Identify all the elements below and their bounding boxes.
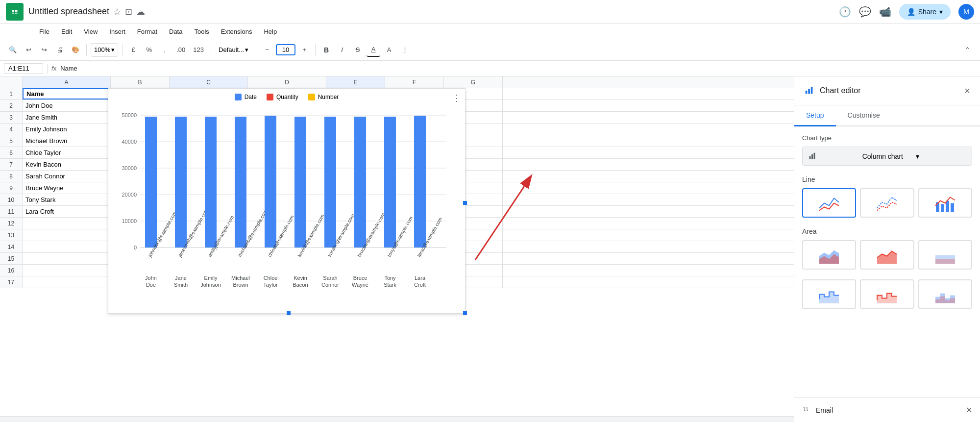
svg-text:30000: 30000 <box>122 165 137 171</box>
decimal-button[interactable]: .00 <box>173 43 188 57</box>
menu-extensions[interactable]: Extensions <box>216 26 257 37</box>
svg-text:Stark: Stark <box>384 282 396 288</box>
menu-view[interactable]: View <box>79 26 102 37</box>
menu-data[interactable]: Data <box>164 26 187 37</box>
redo-button[interactable]: ↪ <box>37 43 51 57</box>
cell-reference[interactable]: A1:E11 <box>4 63 43 74</box>
col-header-g[interactable]: G <box>444 76 503 88</box>
row-number: 15 <box>0 253 23 264</box>
editor-body: Chart type Column chart ▾ Line <box>794 126 980 397</box>
chart-resize-right[interactable] <box>463 201 467 205</box>
more-options-button[interactable]: ⋮ <box>398 43 412 57</box>
row-number: 13 <box>0 229 23 241</box>
avatar[interactable]: M <box>958 4 974 20</box>
text-color-button[interactable]: A <box>382 43 396 57</box>
tab-customise[interactable]: Customise <box>836 105 892 126</box>
cell-name[interactable]: Tony Stark <box>23 194 111 205</box>
cell-name[interactable]: Lara Croft <box>23 206 111 217</box>
col-header-b[interactable]: B <box>111 76 170 88</box>
row-number: 10 <box>0 194 23 205</box>
chart-resize-handle[interactable] <box>463 311 467 315</box>
increase-font-button[interactable]: + <box>297 43 311 57</box>
history-icon[interactable]: 🕐 <box>839 6 851 18</box>
svg-text:Johnson: Johnson <box>200 282 221 288</box>
chart-area[interactable]: ⋮ Date Quantity Number <box>108 88 466 314</box>
chart-resize-bottom[interactable] <box>287 311 291 315</box>
percent-button[interactable]: % <box>142 43 156 57</box>
area-chart-option-2[interactable] <box>860 240 914 270</box>
menu-edit[interactable]: Edit <box>56 26 77 37</box>
horizontal-scrollbar[interactable] <box>0 416 794 422</box>
cell-name[interactable] <box>23 241 111 252</box>
zoom-dropdown[interactable]: 100% ▾ <box>91 43 118 57</box>
save-icon[interactable]: ⊡ <box>125 6 132 17</box>
cell-name[interactable] <box>23 229 111 241</box>
print-button[interactable]: 🖨 <box>53 43 67 57</box>
stepped-area-option-1[interactable] <box>802 279 856 309</box>
font-size-input[interactable]: 10 <box>276 44 295 55</box>
col-header-e[interactable]: E <box>326 76 385 88</box>
row-number: 14 <box>0 241 23 252</box>
stepped-area-option-3[interactable] <box>918 279 972 309</box>
line-chart-option-1[interactable] <box>802 188 856 218</box>
cell-name[interactable]: Chloe Taylor <box>23 147 111 158</box>
cell-name[interactable]: Sarah Connor <box>23 171 111 182</box>
comma-button[interactable]: , <box>158 43 172 57</box>
video-icon[interactable]: 📹 <box>879 6 891 18</box>
tab-setup[interactable]: Setup <box>794 105 836 126</box>
cell-name[interactable]: Jane Smith <box>23 112 111 123</box>
editor-close-button[interactable]: × <box>964 85 970 97</box>
cell-name[interactable] <box>23 253 111 264</box>
menu-insert[interactable]: Insert <box>104 26 130 37</box>
svg-text:Wayne: Wayne <box>352 282 368 288</box>
area-chart-option-1[interactable] <box>802 240 856 270</box>
cell-name[interactable]: Bruce Wayne <box>23 182 111 194</box>
svg-marker-70 <box>819 292 839 303</box>
decrease-font-button[interactable]: − <box>260 43 274 57</box>
cloud-icon[interactable]: ☁ <box>136 6 145 17</box>
area-chart-option-3[interactable] <box>918 240 972 270</box>
row-number: 6 <box>0 147 23 158</box>
star-icon[interactable]: ☆ <box>113 6 121 17</box>
comment-icon[interactable]: 💬 <box>859 6 871 18</box>
cell-name[interactable] <box>23 265 111 276</box>
chart-menu-button[interactable]: ⋮ <box>452 93 461 103</box>
col-header-f[interactable]: F <box>385 76 444 88</box>
svg-text:Croft: Croft <box>414 282 426 288</box>
menu-tools[interactable]: Tools <box>189 26 214 37</box>
cell-name[interactable]: Name <box>23 88 111 99</box>
bold-button[interactable]: B <box>319 43 333 57</box>
row-number: 11 <box>0 206 23 217</box>
search-button[interactable]: 🔍 <box>6 43 20 57</box>
menu-help[interactable]: Help <box>259 26 282 37</box>
svg-text:Tt: Tt <box>803 406 808 412</box>
number-format-icon[interactable]: 123 <box>190 43 207 57</box>
strikethrough-button[interactable]: S <box>351 43 365 57</box>
menu-file[interactable]: File <box>34 26 54 37</box>
cell-name[interactable]: Michael Brown <box>23 135 111 147</box>
share-button[interactable]: 👤 Share ▾ <box>899 4 951 20</box>
paint-format-button[interactable]: 🎨 <box>69 43 82 57</box>
bar-kevinbacon <box>294 117 306 248</box>
footer-close-button[interactable]: ✕ <box>966 405 972 415</box>
svg-marker-68 <box>935 259 955 264</box>
cell-name[interactable]: Emily Johnson <box>23 124 111 135</box>
currency-button[interactable]: £ <box>126 43 140 57</box>
menu-format[interactable]: Format <box>132 26 162 37</box>
font-dropdown[interactable]: Default... ▾ <box>215 43 252 57</box>
cell-name[interactable]: John Doe <box>23 100 111 111</box>
italic-button[interactable]: I <box>335 43 349 57</box>
cell-name[interactable] <box>23 276 111 288</box>
col-header-c[interactable]: C <box>170 76 248 88</box>
collapse-toolbar-button[interactable]: ⌃ <box>960 43 974 57</box>
col-header-a[interactable]: A <box>23 76 111 88</box>
col-header-d[interactable]: D <box>248 76 326 88</box>
underline-button[interactable]: A <box>367 43 380 57</box>
cell-name[interactable]: Kevin Bacon <box>23 159 111 170</box>
combo-chart-option[interactable] <box>918 188 972 218</box>
stepped-area-option-2[interactable] <box>860 279 914 309</box>
cell-name[interactable] <box>23 218 111 229</box>
chart-type-dropdown[interactable]: Column chart ▾ <box>802 147 972 166</box>
undo-button[interactable]: ↩ <box>22 43 35 57</box>
line-chart-option-2[interactable] <box>860 188 914 218</box>
